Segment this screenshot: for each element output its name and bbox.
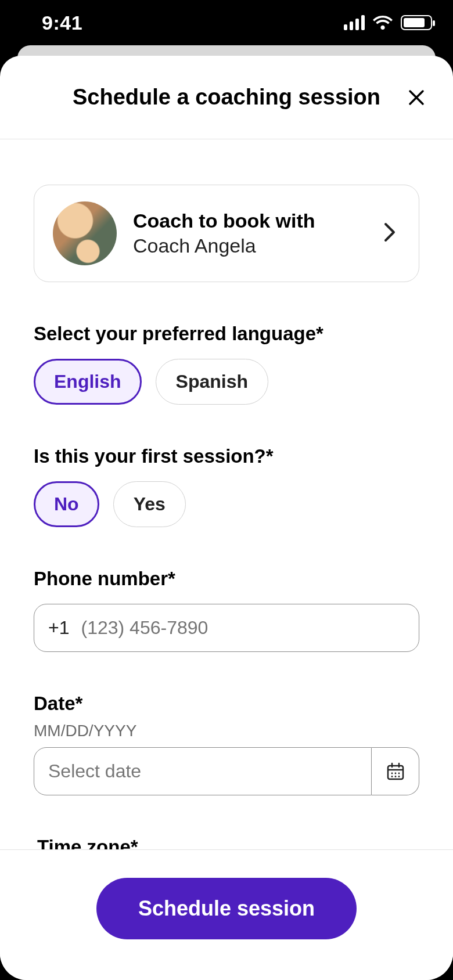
sheet-header: Schedule a coaching session xyxy=(0,56,453,139)
coach-card-title: Coach to book with xyxy=(133,210,363,232)
status-time: 9:41 xyxy=(42,12,82,34)
date-picker-button[interactable] xyxy=(372,747,419,795)
svg-point-6 xyxy=(398,772,400,774)
page-title: Schedule a coaching session xyxy=(73,85,380,110)
cellular-icon xyxy=(344,15,365,30)
battery-icon xyxy=(401,15,432,30)
first-session-option-no[interactable]: No xyxy=(34,481,99,527)
date-input[interactable]: Select date xyxy=(34,747,372,795)
first-session-label: Is this your first session?* xyxy=(34,445,419,467)
status-indicators xyxy=(344,15,432,30)
language-label: Select your preferred language* xyxy=(34,323,419,345)
phone-label: Phone number* xyxy=(34,568,419,590)
svg-point-9 xyxy=(398,776,400,777)
svg-point-5 xyxy=(394,772,396,774)
status-bar: 9:41 xyxy=(0,0,453,45)
footer: Schedule session xyxy=(0,849,453,980)
phone-prefix: +1 xyxy=(48,617,69,639)
close-button[interactable] xyxy=(403,84,430,111)
coach-avatar xyxy=(53,201,117,265)
phone-input[interactable] xyxy=(81,617,405,639)
phone-input-wrapper[interactable]: +1 xyxy=(34,604,419,652)
close-icon xyxy=(408,89,425,106)
schedule-session-button[interactable]: Schedule session xyxy=(96,878,357,939)
chevron-right-icon xyxy=(379,218,400,249)
date-label: Date* xyxy=(34,693,419,715)
svg-point-8 xyxy=(394,776,396,777)
coach-name: Coach Angela xyxy=(133,235,363,257)
wifi-icon xyxy=(373,16,393,30)
svg-point-7 xyxy=(391,776,393,777)
coach-selector-card[interactable]: Coach to book with Coach Angela xyxy=(34,185,419,282)
first-session-option-yes[interactable]: Yes xyxy=(113,481,186,527)
modal-sheet: Schedule a coaching session Coach to boo… xyxy=(0,56,453,980)
date-format-hint: MM/DD/YYYY xyxy=(34,722,419,740)
svg-point-4 xyxy=(391,772,393,774)
language-option-english[interactable]: English xyxy=(34,359,142,405)
calendar-icon xyxy=(386,762,405,781)
language-option-spanish[interactable]: Spanish xyxy=(156,359,268,405)
